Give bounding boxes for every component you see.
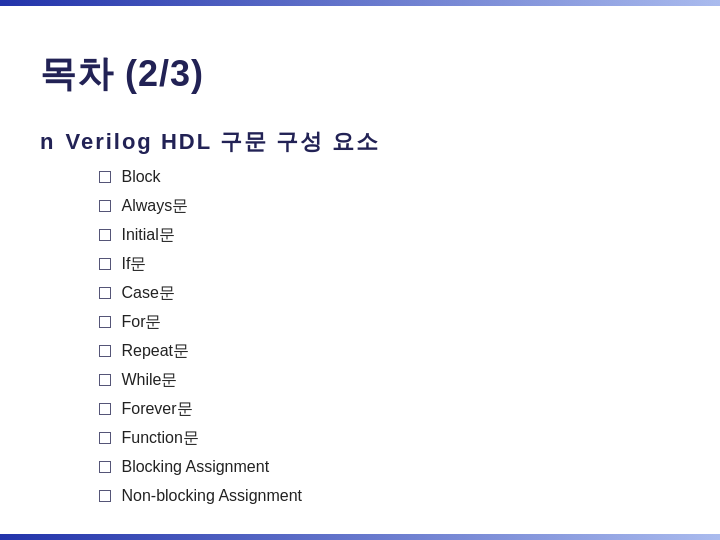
section-content: Verilog HDL 구문 구성 요소 BlockAlways문Initial… bbox=[65, 127, 380, 513]
main-list-item: n Verilog HDL 구문 구성 요소 BlockAlways문Initi… bbox=[40, 127, 680, 513]
sub-item-text: Forever문 bbox=[121, 397, 192, 421]
top-accent-bar bbox=[0, 0, 720, 6]
list-item: Repeat문 bbox=[99, 339, 380, 363]
sub-list: BlockAlways문Initial문If문Case문For문Repeat문W… bbox=[99, 165, 380, 513]
sub-bullet-icon bbox=[99, 345, 111, 357]
sub-item-text: Blocking Assignment bbox=[121, 455, 269, 479]
sub-bullet-icon bbox=[99, 229, 111, 241]
sub-bullet-icon bbox=[99, 316, 111, 328]
list-item: Initial문 bbox=[99, 223, 380, 247]
sub-bullet-icon bbox=[99, 258, 111, 270]
sub-bullet-icon bbox=[99, 200, 111, 212]
list-item: Forever문 bbox=[99, 397, 380, 421]
list-item: Non-blocking Assignment bbox=[99, 484, 380, 508]
list-item: For문 bbox=[99, 310, 380, 334]
sub-item-text: If문 bbox=[121, 252, 146, 276]
sub-item-text: Case문 bbox=[121, 281, 174, 305]
main-list: n Verilog HDL 구문 구성 요소 BlockAlways문Initi… bbox=[40, 127, 680, 513]
list-item: Block bbox=[99, 165, 380, 189]
sub-bullet-icon bbox=[99, 403, 111, 415]
list-item: Always문 bbox=[99, 194, 380, 218]
sub-item-text: Function문 bbox=[121, 426, 198, 450]
sub-bullet-icon bbox=[99, 490, 111, 502]
title-korean: 목차 bbox=[40, 53, 114, 94]
slide-title: 목차 (2/3) bbox=[40, 50, 680, 99]
sub-item-text: Initial문 bbox=[121, 223, 174, 247]
title-pagination: (2/3) bbox=[125, 53, 204, 94]
bottom-accent-bar bbox=[0, 534, 720, 540]
sub-item-text: While문 bbox=[121, 368, 177, 392]
sub-list-container: BlockAlways문Initial문If문Case문For문Repeat문W… bbox=[99, 165, 380, 513]
sub-item-text: Repeat문 bbox=[121, 339, 189, 363]
list-item: If문 bbox=[99, 252, 380, 276]
sub-item-text: For문 bbox=[121, 310, 161, 334]
list-item: Function문 bbox=[99, 426, 380, 450]
sub-bullet-icon bbox=[99, 287, 111, 299]
sub-bullet-icon bbox=[99, 432, 111, 444]
sub-bullet-icon bbox=[99, 374, 111, 386]
sub-bullet-icon bbox=[99, 461, 111, 473]
section-title: Verilog HDL 구문 구성 요소 bbox=[65, 127, 380, 157]
sub-item-text: Block bbox=[121, 165, 160, 189]
main-bullet: n bbox=[40, 129, 53, 155]
list-item: While문 bbox=[99, 368, 380, 392]
sub-item-text: Always문 bbox=[121, 194, 188, 218]
list-item: Blocking Assignment bbox=[99, 455, 380, 479]
sub-item-text: Non-blocking Assignment bbox=[121, 484, 302, 508]
sub-bullet-icon bbox=[99, 171, 111, 183]
slide: 목차 (2/3) n Verilog HDL 구문 구성 요소 BlockAlw… bbox=[0, 0, 720, 540]
list-item: Case문 bbox=[99, 281, 380, 305]
